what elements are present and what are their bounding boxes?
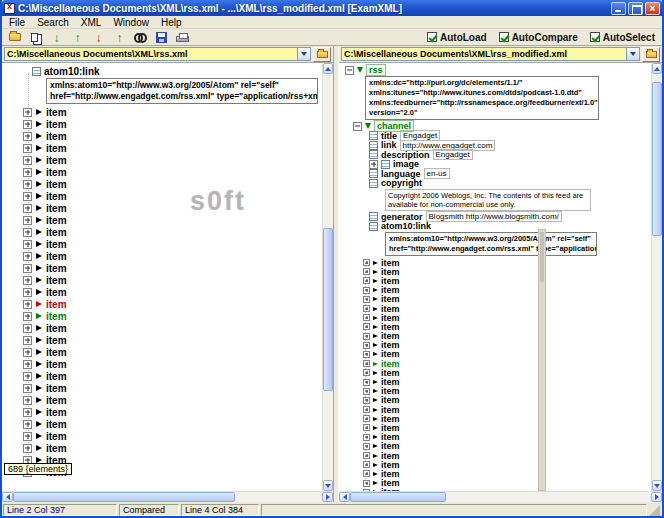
tree-item[interactable]: item xyxy=(2,154,333,166)
expand-icon[interactable] xyxy=(23,396,32,405)
expand-icon[interactable] xyxy=(23,348,32,357)
expand-icon[interactable] xyxy=(23,240,32,249)
tree-item[interactable]: item xyxy=(339,488,662,491)
expand-icon[interactable] xyxy=(23,120,32,129)
tree-item[interactable]: item xyxy=(2,298,333,310)
scroll-left-button[interactable] xyxy=(2,492,13,502)
minimize-button[interactable] xyxy=(611,2,626,15)
find-button[interactable] xyxy=(131,30,150,45)
right-path-dropdown-button[interactable] xyxy=(626,48,639,60)
left-vertical-scrollbar[interactable] xyxy=(322,63,333,491)
tree-item[interactable]: item xyxy=(2,358,333,370)
expand-icon[interactable] xyxy=(23,216,32,225)
expand-icon[interactable] xyxy=(363,388,370,395)
tree-node-atom10-link[interactable]: atom10:link xyxy=(369,222,662,232)
expand-icon[interactable] xyxy=(363,369,370,376)
expand-icon[interactable] xyxy=(23,288,32,297)
checkbox-autoselect-box[interactable] xyxy=(590,32,600,42)
expand-icon[interactable] xyxy=(23,324,32,333)
expand-icon[interactable] xyxy=(23,432,32,441)
scroll-track[interactable] xyxy=(323,74,333,480)
left-path-dropdown-button[interactable] xyxy=(297,48,310,60)
expand-icon[interactable] xyxy=(363,406,370,413)
expand-icon[interactable] xyxy=(23,168,32,177)
expand-icon[interactable] xyxy=(363,305,370,312)
tree-node-image[interactable]: image xyxy=(369,160,662,170)
expand-icon[interactable] xyxy=(23,132,32,141)
checkbox-autocompare[interactable]: AutoCompare xyxy=(499,32,578,43)
expand-icon[interactable] xyxy=(23,372,32,381)
prev-diff-red-button[interactable] xyxy=(110,30,129,45)
expand-icon[interactable] xyxy=(23,252,32,261)
expand-icon[interactable] xyxy=(23,228,32,237)
scroll-up-button[interactable] xyxy=(652,63,662,74)
tree-item[interactable]: item xyxy=(2,370,333,382)
tree-item[interactable]: item xyxy=(2,382,333,394)
expand-icon[interactable] xyxy=(363,351,370,358)
expand-icon[interactable] xyxy=(363,268,370,275)
tree-item[interactable]: item xyxy=(2,442,333,454)
expand-icon[interactable] xyxy=(363,379,370,386)
tree-node-link[interactable]: linkhttp://www.engadget.com xyxy=(369,141,662,151)
scroll-thumb[interactable] xyxy=(652,82,662,236)
scroll-down-button[interactable] xyxy=(323,480,333,491)
close-button[interactable]: × xyxy=(645,2,660,15)
tree-item[interactable]: item xyxy=(2,430,333,442)
right-vertical-scrollbar[interactable] xyxy=(651,63,662,491)
expand-icon[interactable] xyxy=(363,277,370,284)
prev-diff-green-button[interactable] xyxy=(68,30,87,45)
expand-icon[interactable] xyxy=(23,360,32,369)
expand-icon[interactable] xyxy=(23,384,32,393)
expand-icon[interactable] xyxy=(23,444,32,453)
expand-icon[interactable] xyxy=(363,415,370,422)
resize-grip[interactable] xyxy=(649,505,660,516)
collapse-icon[interactable] xyxy=(345,66,354,75)
expand-icon[interactable] xyxy=(363,323,370,330)
tree-item[interactable]: item xyxy=(2,334,333,346)
tree-item[interactable]: item xyxy=(2,286,333,298)
scroll-track[interactable] xyxy=(13,492,322,502)
tree-item[interactable]: item xyxy=(2,394,333,406)
tree-item[interactable]: item xyxy=(2,322,333,334)
tree-item[interactable]: item xyxy=(2,214,333,226)
expand-icon[interactable] xyxy=(23,300,32,309)
tree-node-description[interactable]: descriptionEngadget xyxy=(369,150,662,160)
scroll-right-button[interactable] xyxy=(651,492,662,502)
expand-icon[interactable] xyxy=(363,434,370,441)
tree-item[interactable]: item xyxy=(2,142,333,154)
open-button[interactable] xyxy=(5,30,24,45)
left-browse-button[interactable] xyxy=(313,47,331,62)
checkbox-autoload-box[interactable] xyxy=(427,32,437,42)
expand-icon[interactable] xyxy=(23,276,32,285)
tree-item[interactable]: item xyxy=(2,250,333,262)
expand-icon[interactable] xyxy=(23,264,32,273)
expand-icon[interactable] xyxy=(363,259,370,266)
expand-icon[interactable] xyxy=(23,180,32,189)
tree-item[interactable]: item xyxy=(2,118,333,130)
expand-icon[interactable] xyxy=(369,160,378,169)
tree-item[interactable]: item xyxy=(2,178,333,190)
tree-node-rss[interactable]: rss xyxy=(345,65,662,75)
expand-icon[interactable] xyxy=(363,489,370,491)
tree-node-generator[interactable]: generatorBlogsmith http://www.blogsmith.… xyxy=(369,212,662,222)
compare-button[interactable] xyxy=(26,30,45,45)
expand-icon[interactable] xyxy=(363,342,370,349)
expand-icon[interactable] xyxy=(363,333,370,340)
expand-icon[interactable] xyxy=(23,144,32,153)
tree-item[interactable]: item xyxy=(2,166,333,178)
tree-item[interactable]: item xyxy=(2,262,333,274)
scroll-right-button[interactable] xyxy=(322,492,333,502)
tree-item[interactable]: item xyxy=(2,130,333,142)
next-diff-red-button[interactable] xyxy=(89,30,108,45)
menu-search[interactable]: Search xyxy=(31,16,75,29)
expand-icon[interactable] xyxy=(23,204,32,213)
expand-icon[interactable] xyxy=(23,408,32,417)
left-path-combo[interactable]: C:\Miscellaneous Documents\XML\rss.xml xyxy=(4,47,311,61)
inner-scrollbar[interactable] xyxy=(538,229,546,491)
right-horizontal-scrollbar[interactable] xyxy=(339,491,662,502)
maximize-button[interactable] xyxy=(628,2,643,15)
expand-icon[interactable] xyxy=(363,314,370,321)
scroll-thumb[interactable] xyxy=(323,228,333,390)
checkbox-autoload[interactable]: AutoLoad xyxy=(427,32,487,43)
print-button[interactable] xyxy=(173,30,192,45)
